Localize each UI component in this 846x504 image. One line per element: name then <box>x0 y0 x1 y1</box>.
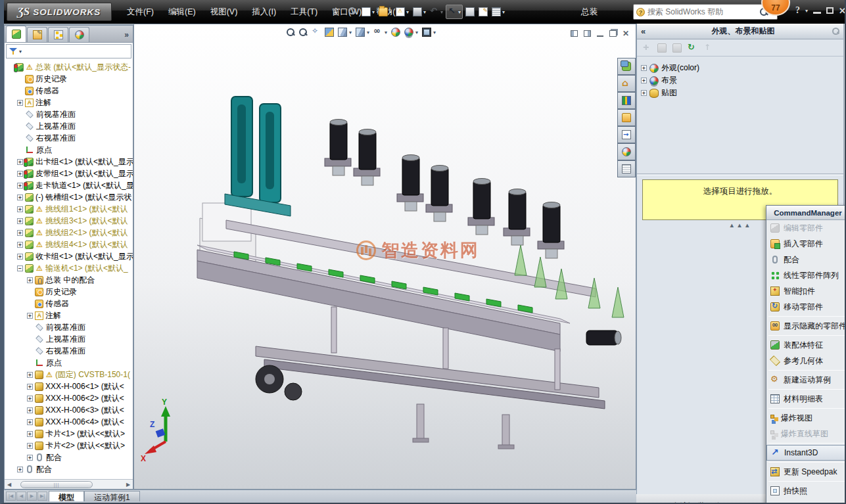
collapse-panel-icon[interactable]: « <box>641 26 654 36</box>
menu-view[interactable]: 视图(V) <box>203 3 245 21</box>
configurationmanager-tab[interactable] <box>48 27 68 42</box>
tree-item[interactable]: +(-) 铣槽组<1> (默认<显示状 <box>5 191 133 203</box>
take-snapshot-button[interactable]: 拍快照 <box>766 483 846 499</box>
reference-geometry-button[interactable]: 参考几何体 <box>766 353 846 369</box>
tree-item[interactable]: +配合 <box>5 451 133 463</box>
file-properties-icon[interactable] <box>477 5 489 18</box>
expander-icon[interactable]: + <box>27 431 33 437</box>
tab-nav-0[interactable]: |◀ <box>6 492 16 501</box>
expander-icon[interactable]: + <box>27 455 33 461</box>
expander-icon[interactable]: + <box>17 242 23 248</box>
scroll-left-icon[interactable]: ◀ <box>5 482 14 488</box>
mate-button[interactable]: 配合 <box>766 252 846 267</box>
tree-item[interactable]: +注解 <box>5 309 133 321</box>
linear-component-pattern-button[interactable]: 线性零部件阵列 <box>766 267 846 283</box>
print-icon[interactable]: ▾ <box>411 5 427 18</box>
menu-edit[interactable]: 编辑(E) <box>161 3 203 21</box>
expander-icon[interactable]: − <box>17 265 23 271</box>
bill-of-materials-button[interactable]: 材料明细表 <box>766 391 846 407</box>
doc-close-button[interactable]: ✕ <box>623 29 629 38</box>
menu-tools[interactable]: 工具(T) <box>283 3 325 21</box>
new-motion-study-button[interactable]: 新建运动算例 <box>766 372 846 388</box>
propertymanager-tab[interactable] <box>27 27 47 42</box>
expander-icon[interactable]: + <box>27 396 33 401</box>
tree-item[interactable]: +XXX-H-006<1> (默认< <box>5 380 133 392</box>
expander-icon[interactable]: + <box>17 195 23 200</box>
tree-item[interactable]: +XXX-H-006<4> (默认< <box>5 416 133 428</box>
help-dropdown-icon[interactable]: ▾ <box>805 8 808 14</box>
scenes-node[interactable]: +布景 <box>641 74 841 87</box>
select-icon[interactable]: ▾ <box>446 5 463 19</box>
expander-icon[interactable]: + <box>17 100 23 106</box>
options-icon-dropdown[interactable]: ▾ <box>502 9 505 15</box>
publish-icon[interactable]: ▾ <box>394 5 410 18</box>
insert-component-button[interactable]: 插入零部件 <box>766 236 846 252</box>
tab-nav-1[interactable]: ◀ <box>16 492 26 501</box>
tree-item[interactable]: −⚠输送机<1> (默认<默认_ <box>5 262 133 274</box>
menu-insert[interactable]: 插入(I) <box>245 3 283 21</box>
expander-icon[interactable]: + <box>27 372 33 378</box>
zoom-fit-icon[interactable] <box>287 28 295 37</box>
filter-dropdown-icon[interactable]: ▾ <box>19 49 22 55</box>
tree-item[interactable]: 原点 <box>5 144 133 156</box>
tree-item[interactable]: 传感器 <box>5 85 133 97</box>
move-component-button[interactable]: 移动零部件 <box>766 299 846 315</box>
tree-item[interactable]: +总装 中的配合 <box>5 274 133 286</box>
tree-item[interactable]: 历史记录 <box>5 286 133 298</box>
close-button[interactable]: ✕ <box>839 6 846 16</box>
tree-item[interactable]: +⚠挑线组1<1> (默认<默认 <box>5 203 133 215</box>
view-settings-icon-dropdown[interactable]: ▾ <box>433 30 436 35</box>
tree-item[interactable]: +卡片<1> (默认<<默认> <box>5 428 133 440</box>
resources-tab[interactable] <box>617 75 636 92</box>
expander-icon[interactable]: + <box>17 171 23 177</box>
appearances-tab[interactable] <box>617 143 636 160</box>
expander-icon[interactable]: + <box>27 384 33 390</box>
apply-scene-icon[interactable]: ▾ <box>404 28 418 37</box>
tree-item[interactable]: 上视基准面 <box>5 333 133 345</box>
decals-node[interactable]: +贴图 <box>641 87 841 99</box>
tabs-overflow-icon[interactable]: » <box>124 30 129 39</box>
pane-right-button[interactable] <box>584 30 591 37</box>
tree-item[interactable]: +⚠(固定) CVSTB-150-1( <box>5 369 133 380</box>
tree-item[interactable]: +配合 <box>5 463 133 475</box>
expander-icon[interactable]: + <box>27 443 33 449</box>
hide-show-items-icon-dropdown[interactable]: ▾ <box>384 30 387 35</box>
restore-button[interactable] <box>826 7 834 14</box>
tree-item[interactable]: 右视基准面 <box>5 132 133 144</box>
scroll-thumb[interactable]: ||| <box>20 481 93 488</box>
tab-nav-2[interactable]: ▶ <box>27 492 37 501</box>
edit-appearance-icon[interactable] <box>391 28 400 37</box>
open-icon-dropdown[interactable]: ▾ <box>388 9 392 15</box>
assembly-features-button[interactable]: 装配体特征 <box>766 337 846 353</box>
select-icon-dropdown[interactable]: ▾ <box>458 9 461 15</box>
tree-item[interactable]: 原点 <box>5 357 133 369</box>
expander-icon[interactable]: + <box>17 254 23 260</box>
expander-icon[interactable]: + <box>641 65 647 71</box>
tree-item[interactable]: +收卡组<1> (默认<默认_显示 <box>5 250 133 262</box>
tree-item[interactable]: 传感器 <box>5 298 133 309</box>
expander-icon[interactable]: + <box>27 313 33 319</box>
section-view-icon[interactable] <box>325 28 334 37</box>
tree-filter[interactable]: ▾ <box>6 44 131 58</box>
print-icon-dropdown[interactable]: ▾ <box>423 9 426 15</box>
tab-nav-3[interactable]: ▶| <box>37 492 47 501</box>
graphics-viewport[interactable]: ▾▾▾▾▾ ✕ <box>133 24 636 490</box>
minimize-button[interactable] <box>813 7 821 14</box>
tree-item[interactable]: +走卡轨道<1> (默认<默认_显 <box>5 179 133 191</box>
publish-icon-dropdown[interactable]: ▾ <box>406 9 409 15</box>
tree-item[interactable]: +XXX-H-006<2> (默认< <box>5 392 133 404</box>
help-button[interactable]: ? <box>795 5 800 16</box>
undo-icon-dropdown[interactable]: ▾ <box>440 9 443 15</box>
custom-properties-tab[interactable] <box>617 160 636 177</box>
design-library-tab[interactable] <box>617 92 636 109</box>
tree-item[interactable]: +⚠挑线组3<1> (默认<默认 <box>5 215 133 227</box>
command-manager-title[interactable]: CommandManager <box>766 206 846 220</box>
scroll-right-icon[interactable]: ▶ <box>124 482 133 488</box>
apply-scene-icon-dropdown[interactable]: ▾ <box>415 30 418 35</box>
display-style-icon-dropdown[interactable]: ▾ <box>366 30 369 35</box>
show-hidden-components-button[interactable]: 显示隐藏的零部件 <box>766 318 846 334</box>
magnified-selection-icon[interactable] <box>312 28 321 37</box>
tree-item[interactable]: +⚠挑线组4<1> (默认<默认 <box>5 239 133 250</box>
expander-icon[interactable]: + <box>27 419 33 425</box>
zoom-to-area-icon[interactable] <box>299 28 308 37</box>
